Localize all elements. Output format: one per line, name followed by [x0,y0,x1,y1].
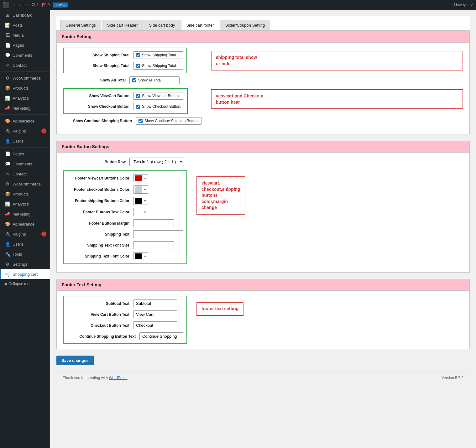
sidebar-item-label: Posts [13,23,23,28]
continue-shopping-text-row: Continue Shopping Button Text [67,332,183,340]
sidebar-item-marketing[interactable]: 📣 Marketing [0,103,50,113]
shipping-text-input[interactable]: Shipping And Taxes Calcu [133,230,183,238]
sidebar-item-marketing2[interactable]: 📣 Marketing [0,209,50,219]
show-checkout-check[interactable] [136,105,140,109]
footer-setting-section: Footer Setting Show Shipping Total Show … [56,31,470,134]
show-checkout-row: Show Checkout Button Show Checkout Butto… [67,103,184,110]
media-icon: 🖼 [5,33,10,38]
sidebar-item-tools[interactable]: 🔧 Tools [0,249,50,259]
shipping-font-color-picker[interactable]: ▼ [133,252,148,260]
checkout-color-row: Footer checkout Buttons Color ▼ [67,185,183,194]
contact2-icon: ✉ [5,171,10,176]
sidebar-item-posts[interactable]: 📝 Posts [0,20,50,30]
tab-header[interactable]: Side cart Header [102,20,143,30]
sidebar-item-label: WooCommerce [13,76,41,81]
show-shipping-total-label-2: Show Shipping Total [67,64,129,68]
show-shipping-total-check-2[interactable] [136,64,140,68]
shipping-color-picker[interactable]: ▼ [133,197,148,205]
tab-body[interactable]: Side cart body [144,20,180,30]
sidebar-item-label: Contact [13,172,27,176]
sidebar-item-label: Users [13,242,23,247]
sidebar-item-label: Users [13,139,23,143]
button-row-select[interactable]: Two in first row ( 2 + 1 ) One per row A… [129,158,184,166]
sidebar-item-pages[interactable]: 📄 Pages [0,40,50,50]
margin-input[interactable]: 5 [133,219,174,227]
plugins2-icon: 🔌 [5,232,10,237]
sidebar-item-pages2[interactable]: 📄 Pages [0,149,50,159]
collapse-menu-button[interactable]: ◀ Collapse menu [0,279,50,289]
new-button[interactable]: + New [53,3,68,8]
analytics2-icon: 📊 [5,201,10,206]
tab-slider[interactable]: Slider/Coupon Setting [220,20,270,30]
sidebar-item-products[interactable]: 📦 Products [0,83,50,93]
checkout-color-label: Footer checkout Buttons Color [67,187,129,192]
sidebar-item-comments[interactable]: 💬 Comments [0,50,50,60]
checkout-text-input[interactable] [133,321,177,329]
wordpress-link[interactable]: WordPress [109,376,127,380]
save-button[interactable]: Save changes [56,356,94,365]
show-shipping-total-check-1[interactable] [136,53,140,57]
show-checkout-label: Show Checkout Button [67,104,129,109]
sidebar-item-users2[interactable]: 👤 Users [0,239,50,249]
shipping-font-size-input[interactable]: 16 [133,241,174,249]
sidebar-item-media[interactable]: 🖼 Media [0,30,50,40]
sidebar-item-analytics[interactable]: 📊 Analytics [0,93,50,103]
viewcart-text-row: View Cart Button Text [67,310,183,318]
sidebar-item-comments2[interactable]: 💬 Comments [0,159,50,169]
text-color-picker[interactable]: ▼ [133,208,148,216]
marketing2-icon: 📣 [5,211,10,216]
sidebar-item-plugins[interactable]: 🔌 Plugins 1 [0,126,50,136]
sidebar-item-dashboard[interactable]: ⊞ Dashboard [0,10,50,20]
sidebar-item-woocommerce2[interactable]: ⚙ WooCommerce [0,179,50,189]
viewcart-color-row: Footer Viewcart Buttons Color ▼ [67,174,183,182]
sidebar-item-settings[interactable]: ⚙ Settings [0,259,50,269]
sidebar-item-label: Pages [13,43,24,48]
sidebar-item-label: Appearance [13,119,34,123]
viewcart-annotation: viewcart and Checkoutbutton hear [211,89,463,109]
sidebar-item-label: Contact [13,63,27,68]
sidebar-item-woocommerce[interactable]: ⚙ WooCommerce [0,73,50,83]
viewcart-color-picker[interactable]: ▼ [133,174,148,182]
continue-shopping-text-input[interactable] [139,332,183,340]
sidebar-item-label: Media [13,33,24,38]
sidebar-item-appearance[interactable]: 🎨 Appearance [0,116,50,126]
footer-button-settings-header: Footer Button Settings [57,141,469,153]
viewcart-text-input[interactable] [133,310,177,318]
sidebar-item-contact2[interactable]: ✉ Contact [0,169,50,179]
sidebar: ⊞ Dashboard 📝 Posts 🖼 Media 📄 Pages 💬 Co… [0,10,50,448]
show-shipping-total-checkbox-2[interactable]: Show Shipping Total. [133,62,183,70]
tab-footer[interactable]: Side cart footer [181,20,219,30]
site-name[interactable]: plugintest [13,3,29,7]
show-viewcart-label: Show ViewCart Button [67,94,129,98]
sidebar-item-analytics2[interactable]: 📊 Analytics [0,199,50,209]
show-all-total-check[interactable] [132,78,136,82]
plugins2-badge: 1 [41,232,46,237]
products2-icon: 📦 [5,191,10,196]
tab-general[interactable]: General Settings [60,20,101,30]
show-shipping-total-row-1: Show Shipping Total Show Shipping Total. [67,51,183,59]
show-viewcart-check[interactable] [136,94,140,98]
sidebar-item-plugins2[interactable]: 🔌 Plugins 1 [0,229,50,239]
show-checkout-checkbox[interactable]: Show Checkout Button. [133,103,184,110]
text-color-row: Footer Buttons Text Color ▼ [67,208,183,216]
checkout-color-picker[interactable]: ▼ [133,185,148,194]
show-all-total-checkbox[interactable]: Show All Total. [129,76,180,84]
main-content: General Settings Side cart Header Side c… [50,10,476,448]
sidebar-item-users[interactable]: 👤 Users [0,136,50,146]
sidebar-item-label: Analytics [13,202,29,206]
continue-shopping-checkbox[interactable]: Show Continue Shipping Button. [136,117,201,125]
sidebar-item-label: Settings [13,262,27,267]
subtotal-text-input[interactable] [133,300,177,307]
show-viewcart-checkbox[interactable]: Show Viewcart Button. [133,92,183,100]
show-shipping-total-checkbox-1[interactable]: Show Shipping Total. [133,51,183,59]
sidebar-item-shopping-cart[interactable]: 🛒 Shopping cart [0,269,50,279]
continue-shopping-check[interactable] [139,119,143,123]
sidebar-item-label: Products [13,86,29,91]
collapse-label: Collapse menu [8,282,34,286]
sidebar-item-contact[interactable]: ✉ Contact [0,60,50,70]
footer-setting-header: Footer Setting [57,31,469,43]
comment-count: 🗨 1 [32,3,39,7]
sidebar-item-appearance2[interactable]: 🎨 Appearance [0,219,50,229]
sidebar-item-products2[interactable]: 📦 Products [0,189,50,199]
flag-count: 🚩 0 [42,3,50,7]
